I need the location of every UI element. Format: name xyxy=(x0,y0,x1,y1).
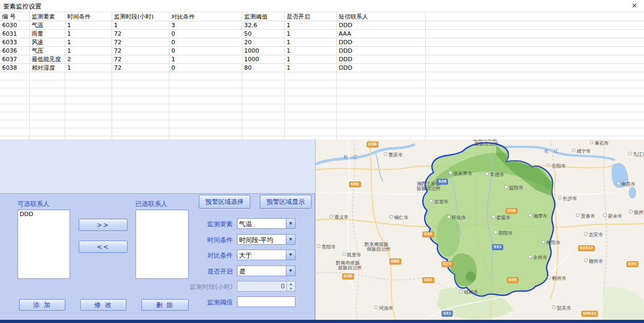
map[interactable]: 恩施土家族苗族自治州重庆市咸宁市黄石市九江市岳阳市常德市张家界市湘西土家族苗族自… xyxy=(315,139,644,320)
map-city-label: 苗族自治州 xyxy=(474,141,498,146)
road-badge: G76 xyxy=(342,274,354,279)
table-cell xyxy=(112,104,169,112)
spin-up-icon[interactable]: ▲ xyxy=(287,281,295,286)
warn-area-show-button[interactable]: 预警区域显示 xyxy=(260,195,311,209)
table-row-empty xyxy=(0,80,644,88)
column-header[interactable]: 编 号 xyxy=(0,12,29,21)
table-cell xyxy=(0,112,29,120)
map-city-label: 韶关市 xyxy=(552,305,571,311)
table-cell xyxy=(284,88,336,96)
element-select[interactable]: 气温 ▼ xyxy=(237,218,295,229)
road-badge: G1517 xyxy=(578,245,595,251)
road-badge: G56 xyxy=(506,208,518,214)
enabled-select[interactable]: 是 ▼ xyxy=(237,266,295,276)
table-cell: 72 xyxy=(112,64,169,72)
close-icon[interactable]: ✕ xyxy=(630,2,639,10)
table-row[interactable]: 6033风速1720201DDD xyxy=(0,38,644,47)
chevron-down-icon[interactable]: ▼ xyxy=(286,219,295,228)
table-cell: 0 xyxy=(169,30,242,38)
map-city-label: 常德市 xyxy=(485,172,504,177)
table-cell: 1 xyxy=(65,30,112,38)
table-cell xyxy=(169,120,242,128)
table-cell xyxy=(29,80,65,88)
table-row-empty xyxy=(0,120,644,128)
column-header[interactable]: 监测要素 xyxy=(29,12,65,21)
road-badge: G65 xyxy=(422,277,434,283)
table-cell: 1 xyxy=(112,21,169,30)
window-title: 要素监控设置 xyxy=(3,2,41,11)
add-button[interactable]: 添 加 xyxy=(19,299,65,311)
table-cell xyxy=(65,112,112,120)
table-cell xyxy=(65,120,112,128)
table-cell xyxy=(425,72,644,80)
map-city-label: 九江市 xyxy=(628,152,644,157)
period-spinner-value: 0 xyxy=(281,283,285,290)
column-header[interactable]: 监测阈值 xyxy=(242,12,284,21)
chevron-down-icon[interactable]: ▼ xyxy=(286,235,295,244)
list-item[interactable]: DDD xyxy=(18,210,70,218)
column-header[interactable]: 时间条件 xyxy=(65,12,112,21)
modify-button[interactable]: 修 改 xyxy=(80,299,126,311)
table-cell: 1 xyxy=(284,55,336,64)
table-cell xyxy=(425,96,644,104)
available-contacts-list[interactable]: DDD xyxy=(18,210,70,279)
table-cell xyxy=(29,96,65,104)
delete-button[interactable]: 删 除 xyxy=(141,299,189,311)
table-cell xyxy=(425,112,644,120)
table-cell xyxy=(242,88,284,96)
move-to-selected-button[interactable]: >> xyxy=(79,219,128,231)
map-city-label: 怀化市 xyxy=(447,215,466,220)
road-badge: G55 xyxy=(626,261,638,267)
time-condition-select-value: 时间段-平均 xyxy=(239,236,273,245)
chevron-down-icon[interactable]: ▼ xyxy=(286,266,295,276)
chevron-down-icon[interactable]: ▼ xyxy=(286,250,295,260)
river-label: 长 江 xyxy=(343,154,359,161)
road-badge: S31 xyxy=(442,311,453,317)
road-badge: G56 xyxy=(349,181,361,187)
table-cell xyxy=(242,128,284,136)
table-cell xyxy=(0,104,29,112)
window-bottom-edge xyxy=(0,320,644,323)
table-cell xyxy=(169,112,242,120)
map-city-label: 张家界市 xyxy=(448,171,472,176)
table-row[interactable]: 6030气温11332.61DDD xyxy=(0,21,644,30)
table-row[interactable]: 6036气压172010001DDD xyxy=(0,47,644,55)
table-cell: 72 xyxy=(112,47,169,55)
map-city-label: 长沙市 xyxy=(558,196,577,201)
table-row[interactable]: 6037最低能见度272110001DDD xyxy=(0,55,644,64)
threshold-input[interactable] xyxy=(237,296,295,307)
column-header[interactable]: 对比条件 xyxy=(169,12,242,21)
warn-area-select-button[interactable]: 预警区域选择 xyxy=(199,195,250,209)
available-contacts-label: 可选联系人 xyxy=(18,200,49,209)
map-city-label: 桂林市 xyxy=(459,289,478,295)
table-cell xyxy=(425,55,644,64)
period-spinner[interactable]: 0 ▲ ▼ xyxy=(237,281,295,292)
table-cell xyxy=(284,80,336,88)
table-cell xyxy=(242,80,284,88)
table-cell xyxy=(112,120,169,128)
table-cell xyxy=(425,88,644,96)
table-row[interactable]: 6038相对湿度1720801DDD xyxy=(0,64,644,72)
table-cell xyxy=(242,104,284,112)
compare-condition-select[interactable]: 大于 ▼ xyxy=(237,250,295,260)
column-header[interactable]: 短信联系人 xyxy=(336,12,425,21)
table-cell xyxy=(336,88,425,96)
column-header[interactable]: 监测时段(小时) xyxy=(112,12,169,21)
spin-down-icon[interactable]: ▼ xyxy=(287,286,295,291)
table-cell: 1000 xyxy=(242,55,284,64)
table-cell: 32.6 xyxy=(242,21,284,30)
table-cell xyxy=(29,104,65,112)
table-cell xyxy=(336,96,425,104)
table-cell xyxy=(112,88,169,96)
column-header[interactable]: 是否开启 xyxy=(284,12,336,21)
table-cell: 气温 xyxy=(29,21,65,30)
move-to-available-button[interactable]: << xyxy=(79,241,128,253)
table-row[interactable]: 6031雨量1720501AAA xyxy=(0,30,644,38)
map-city-label: 新余市 xyxy=(603,213,622,219)
table-cell xyxy=(0,120,29,128)
time-condition-select[interactable]: 时间段-平均 ▼ xyxy=(237,234,295,245)
table-cell: 风速 xyxy=(29,38,65,47)
table-cell xyxy=(284,72,336,80)
table-cell xyxy=(425,47,644,55)
map-city-label: 苗族自治州 xyxy=(338,265,362,270)
